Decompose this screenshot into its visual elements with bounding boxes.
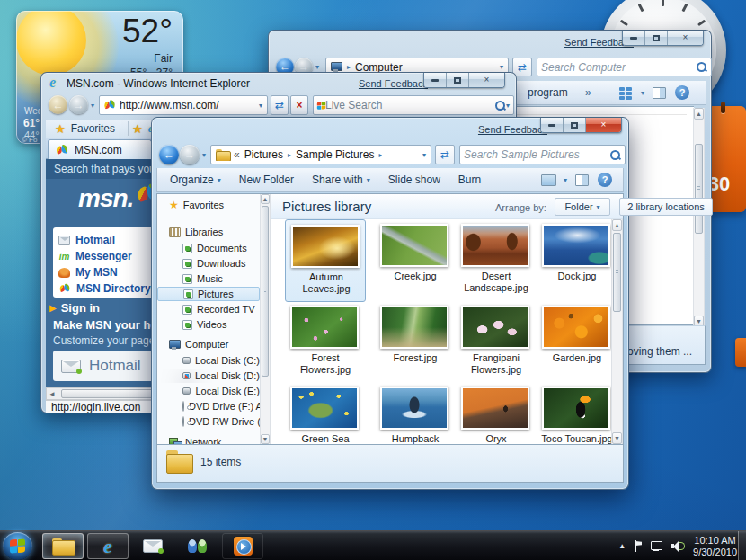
breadcrumb-pictures[interactable]: Pictures [244,148,283,161]
tab-msn[interactable]: MSN.com [48,139,152,159]
nav-computer[interactable]: Computer [157,337,260,351]
nav-scrollbar[interactable]: ▲ ▼ [260,194,271,444]
chevron-down-icon[interactable]: ▾ [422,151,431,159]
file-item[interactable]: Forest Flowers.jpg [285,301,366,384]
search-library-input[interactable] [464,146,609,164]
computer-scrollbar[interactable]: ▲ ▼ [693,108,705,327]
nav-disk-d[interactable]: Local Disk (D:) [157,369,260,383]
scroll-left-icon[interactable]: ◄ [49,390,56,398]
scroll-up-icon[interactable]: ▲ [261,194,270,204]
arrange-by-button[interactable]: Folder ▾ [555,198,610,216]
minimize-button[interactable] [541,118,564,132]
history-dropdown-icon[interactable]: ▾ [202,151,206,159]
sign-in-link[interactable]: ▶ Sign in [49,301,100,315]
toolbar-overflow-icon[interactable]: » [585,86,591,99]
send-feedback-link[interactable]: Send Feedback [478,124,547,135]
taskbar-explorer-button[interactable] [42,533,84,559]
taskbar-ie-button[interactable]: e [87,533,129,559]
forward-button[interactable]: → [180,145,200,164]
nav-dvd-f[interactable]: DVD Drive (F:) Audio [157,399,260,413]
file-item[interactable]: Garden.jpg [537,301,611,384]
link-msn-directory[interactable]: MSN Directory [58,280,151,297]
add-favorite-icon[interactable]: ★ [132,122,143,136]
chevrons-left-icon[interactable]: « [234,148,240,161]
network-tray-icon[interactable] [651,540,663,552]
maximize-button[interactable] [645,31,668,45]
history-dropdown-icon[interactable]: ▾ [315,63,319,71]
views-icon[interactable] [619,87,634,99]
back-button[interactable]: ← [159,145,179,164]
live-search-input[interactable] [325,96,494,114]
close-button[interactable]: × [469,73,504,87]
breadcrumb-bar[interactable]: « Pictures ▸ Sample Pictures ▸ ▾ [210,145,431,164]
search-dropdown-icon[interactable]: ▾ [506,102,510,110]
minimize-button[interactable] [424,73,447,87]
scroll-thumb[interactable] [695,144,703,234]
show-desktop-button[interactable] [738,531,746,560]
gadget-edge[interactable] [735,338,746,367]
taskbar-mail-button[interactable] [132,533,173,559]
burn-button[interactable]: Burn [449,173,490,186]
stop-button[interactable]: × [290,95,308,115]
nav-dvd-g[interactable]: DVD RW Drive (G:) A [157,414,260,429]
refresh-button[interactable]: ⇄ [435,145,455,164]
nav-pictures[interactable]: Pictures [157,287,260,301]
close-button[interactable]: × [586,118,621,132]
refresh-button[interactable]: ⇄ [271,95,289,115]
breadcrumb-sample-pictures[interactable]: Sample Pictures [296,148,374,161]
minimize-button[interactable] [623,31,645,45]
maximize-button[interactable] [564,118,586,132]
file-item[interactable]: Dock.jpg [537,219,611,302]
preview-pane-icon[interactable] [575,174,589,186]
library-locations-button[interactable]: 2 library locations [619,198,713,216]
file-item[interactable]: Oryx [456,382,537,444]
nav-documents[interactable]: Documents [157,241,260,255]
search-icon[interactable] [696,61,707,73]
link-messenger[interactable]: im Messenger [58,248,132,264]
search-icon[interactable] [609,149,621,161]
maximize-button[interactable] [447,73,469,87]
file-item[interactable]: Autumn Leaves.jpg [285,219,366,302]
views-dropdown-icon[interactable]: ▾ [641,89,644,97]
back-button[interactable]: ← [49,95,67,114]
views-icon[interactable] [541,174,556,186]
file-item[interactable]: Toco Toucan.jpg [537,382,611,444]
chevron-down-icon[interactable]: ▾ [500,63,508,71]
chevron-right-icon[interactable]: ▸ [288,151,291,159]
help-icon[interactable]: ? [675,85,689,100]
views-dropdown-icon[interactable]: ▾ [564,176,567,184]
volume-icon[interactable] [671,540,685,552]
send-feedback-link[interactable]: Send Feedback [359,78,428,89]
link-hotmail[interactable]: Hotmail [58,232,115,248]
chevron-right-icon[interactable]: ▸ [378,151,382,159]
show-hidden-icons[interactable]: ▲ [618,542,626,550]
action-center-icon[interactable] [634,540,643,552]
history-dropdown-icon[interactable]: ▾ [91,102,94,110]
help-icon[interactable]: ? [598,173,612,187]
file-item[interactable]: Humpback [375,382,456,444]
scroll-up-icon[interactable]: ▲ [694,108,704,120]
file-item[interactable]: Desert Landscape.jpg [456,219,537,302]
organize-button[interactable]: Organize▾ [161,173,230,186]
nav-network[interactable]: Network [157,435,260,444]
scroll-thumb[interactable] [613,233,621,312]
content-scrollbar[interactable]: ▲ ▼ [611,219,623,444]
nav-downloads[interactable]: Downloads [157,256,260,271]
close-button[interactable]: × [668,31,703,45]
nav-videos[interactable]: Videos [157,317,260,332]
address-url[interactable]: http://www.msn.com/ [120,99,219,111]
preview-pane-icon[interactable] [653,87,666,99]
chevron-down-icon[interactable]: ▾ [259,102,267,110]
scroll-down-icon[interactable]: ▼ [261,434,270,444]
search-computer-input[interactable] [541,58,696,76]
slide-show-button[interactable]: Slide show [379,173,449,186]
nav-music[interactable]: Music [157,271,260,286]
search-icon[interactable] [494,100,506,111]
start-button[interactable] [3,532,32,560]
taskbar-messenger-button[interactable] [177,533,218,559]
nav-disk-e[interactable]: Local Disk (E:) [157,384,260,398]
nav-favorites[interactable]: ★ Favorites [157,198,260,212]
customize-link[interactable]: Customize your page [53,334,155,347]
nav-recorded-tv[interactable]: Recorded TV [157,302,260,316]
nav-disk-c[interactable]: Local Disk (C:) [157,353,260,368]
